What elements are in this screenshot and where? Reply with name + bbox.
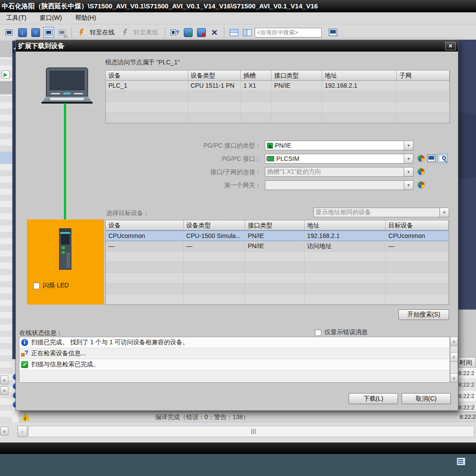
project-tree-band bbox=[0, 81, 12, 94]
go-offline-label[interactable]: 转至离线 bbox=[134, 29, 158, 37]
info-icon: i bbox=[21, 339, 28, 346]
hscroll-left-icon[interactable]: ‹ bbox=[18, 426, 27, 437]
errors-only-checkbox[interactable] bbox=[315, 329, 321, 336]
download-to-device-icon[interactable]: ↓ bbox=[17, 27, 28, 38]
table-row-empty bbox=[106, 252, 449, 262]
inspect-interface-icon[interactable] bbox=[437, 154, 448, 163]
pgpc-type-combo[interactable]: PN/IE ▼ bbox=[265, 141, 413, 150]
subnet-connection-combo[interactable]: 插槽"1 X1"处的方向 ▼ bbox=[265, 167, 413, 177]
cross-reference-icon[interactable]: ✕ bbox=[209, 27, 220, 38]
go-online-label[interactable]: 转至在线 bbox=[90, 29, 115, 37]
selected-tree-row[interactable] bbox=[0, 152, 12, 164]
status-message-row[interactable]: ✓ 扫描与信息检索已完成。 bbox=[19, 359, 450, 370]
flash-led-checkbox[interactable] bbox=[33, 283, 40, 289]
chevron-down-icon[interactable]: ▼ bbox=[404, 181, 413, 190]
project-tree-header-sliver bbox=[0, 41, 12, 57]
window-title: 中石化洛阳（陕西延长中煤）\S71500_AVI_V0.1\S71500_AVI… bbox=[2, 2, 318, 10]
menu-help[interactable]: 帮助(H) bbox=[75, 14, 96, 22]
runtime-rt-icon[interactable]: RT bbox=[56, 27, 67, 38]
chevron-down-icon[interactable]: ▼ bbox=[404, 154, 413, 163]
compile-status-row[interactable]: 编译完成（错误：0；警告：138） 8:22:2 bbox=[19, 412, 476, 422]
shield-icon[interactable] bbox=[417, 181, 425, 189]
col-address[interactable]: 地址 bbox=[322, 71, 397, 80]
shield-icon[interactable] bbox=[417, 167, 425, 176]
pgpc-interface-label: PG/PC 接口： bbox=[116, 155, 261, 163]
col-device-type[interactable]: 设备类型 bbox=[188, 71, 241, 80]
scroll-thumb[interactable]: ≡ bbox=[450, 352, 457, 362]
configured-nodes-label: 组态访问节点属于 "PLC_1" bbox=[105, 59, 180, 67]
portal-background bbox=[458, 40, 476, 309]
main-toolbar: ↓ ↑ RT 转至在线 转至离线 ? ✕ bbox=[0, 24, 476, 41]
dialog-titlebar[interactable]: 扩展下载到设备 × bbox=[16, 40, 458, 52]
col-slot[interactable]: 插槽 bbox=[241, 71, 271, 80]
download-button[interactable]: 下载(L) bbox=[349, 393, 398, 404]
go-online-icon[interactable] bbox=[76, 27, 87, 38]
table-row-selected[interactable]: CPUcommon CPU-1500 Simula... PN/IE 192.1… bbox=[106, 231, 449, 241]
library-search-icon[interactable] bbox=[327, 27, 338, 38]
accessible-devices-icon[interactable]: ? bbox=[169, 27, 180, 38]
background-pane-sliver bbox=[458, 309, 476, 357]
start-sim-icon[interactable] bbox=[182, 27, 193, 38]
chevron-down-icon[interactable]: ▼ bbox=[439, 208, 449, 217]
cancel-button[interactable]: 取消(C) bbox=[402, 393, 451, 404]
close-icon[interactable]: × bbox=[445, 42, 456, 50]
pnie-network-icon bbox=[267, 143, 273, 149]
table-row-empty bbox=[106, 102, 450, 112]
extended-download-dialog: 扩展下载到设备 × 组态访问节点属于 "PLC_1" 设备 设备类型 插槽 接口… bbox=[15, 40, 458, 411]
network-settings-icon[interactable] bbox=[427, 155, 435, 162]
pgpc-interface-combo[interactable]: PLCSIM ▼ bbox=[265, 154, 413, 164]
target-device-panel: 闪烁 LED bbox=[27, 219, 104, 305]
bottom-scroll-zone: ∨ ‹ bbox=[0, 422, 476, 443]
tia-portal-screen: 中石化洛阳（陕西延长中煤）\S71500_AVI_V0.1\S71500_AVI… bbox=[0, 0, 476, 476]
start-simulation-monitor-icon[interactable] bbox=[43, 27, 54, 38]
split-horizontal-icon[interactable] bbox=[228, 27, 239, 38]
col-subnet[interactable]: 子网 bbox=[397, 71, 450, 80]
success-check-icon: ✓ bbox=[21, 361, 28, 368]
project-search-input[interactable] bbox=[255, 28, 322, 37]
table-row[interactable]: — — PN/IE 访问地址 — bbox=[106, 241, 449, 252]
col-device[interactable]: 设备 bbox=[106, 71, 188, 80]
scroll-down-icon[interactable]: ∨ bbox=[450, 373, 457, 382]
menu-tools[interactable]: 工具(T) bbox=[6, 14, 26, 22]
accessible-devices-shield-icon[interactable] bbox=[417, 154, 425, 163]
select-target-label: 选择目标设备： bbox=[106, 209, 149, 217]
first-gateway-combo[interactable]: ▼ bbox=[265, 180, 413, 190]
split-vertical-icon[interactable] bbox=[242, 27, 253, 38]
col-interface-type[interactable]: 接口类型 bbox=[271, 71, 322, 80]
messages-scrollbar[interactable]: ∧ ≡ ∨ bbox=[450, 337, 458, 383]
col-device-type[interactable]: 设备类型 bbox=[184, 220, 245, 230]
desktop-strip bbox=[0, 454, 476, 476]
start-search-button[interactable]: 开始搜索(S) bbox=[398, 309, 449, 320]
compile-status-text: 编译完成（错误：0；警告：138） bbox=[155, 412, 249, 422]
go-offline-icon[interactable] bbox=[119, 27, 130, 38]
col-target-device[interactable]: 目标设备 bbox=[386, 220, 449, 230]
toolbar-separator bbox=[165, 27, 165, 38]
stop-sim-icon[interactable] bbox=[196, 27, 207, 38]
col-address[interactable]: 地址 bbox=[305, 220, 386, 230]
upload-from-device-icon[interactable]: ↑ bbox=[30, 27, 41, 38]
dialog-title: 扩展下载到设备 bbox=[18, 42, 64, 50]
network-card-icon bbox=[267, 156, 274, 161]
pane-scroll-down-icon[interactable]: ∨ bbox=[0, 427, 8, 435]
status-message-row[interactable]: i 扫描已完成。 找到了 1 个与 1 可访问设备相兼容的设备。 bbox=[19, 337, 450, 348]
left-scroll-grip-icon[interactable]: ≡ bbox=[0, 386, 8, 395]
window-titlebar: 中石化洛阳（陕西延长中煤）\S71500_AVI_V0.1\S71500_AVI… bbox=[0, 0, 476, 12]
scroll-up-icon[interactable]: ∧ bbox=[450, 337, 457, 346]
scrollbar-grip-icon[interactable] bbox=[251, 429, 256, 434]
status-message-row[interactable]: ? 正在检索设备信息... bbox=[19, 348, 450, 359]
col-interface-type[interactable]: 接口类型 bbox=[245, 220, 305, 230]
horizontal-scrollbar[interactable] bbox=[28, 426, 474, 437]
table-row[interactable]: PLC_1 CPU 1511-1 PN 1 X1 PN/IE 192.168.2… bbox=[106, 81, 450, 91]
subnet-connection-label: 接口/子网的连接： bbox=[116, 168, 261, 176]
menu-window[interactable]: 窗口(W) bbox=[40, 14, 62, 22]
errors-only-label: 仅显示错误消息 bbox=[324, 328, 368, 336]
status-message-row-empty bbox=[19, 370, 450, 381]
chevron-down-icon[interactable]: ▼ bbox=[404, 167, 413, 176]
save-window-layout-icon[interactable] bbox=[4, 27, 15, 38]
col-device[interactable]: 设备 bbox=[106, 220, 184, 230]
device-filter-combo[interactable]: 显示地址相同的设备 ▼ bbox=[313, 208, 449, 217]
notification-list-icon[interactable] bbox=[457, 457, 465, 465]
first-gateway-label: 第一个网关： bbox=[116, 182, 261, 190]
left-scroll-up-icon[interactable]: ∧ bbox=[0, 376, 8, 384]
chevron-down-icon[interactable]: ▼ bbox=[404, 141, 413, 150]
